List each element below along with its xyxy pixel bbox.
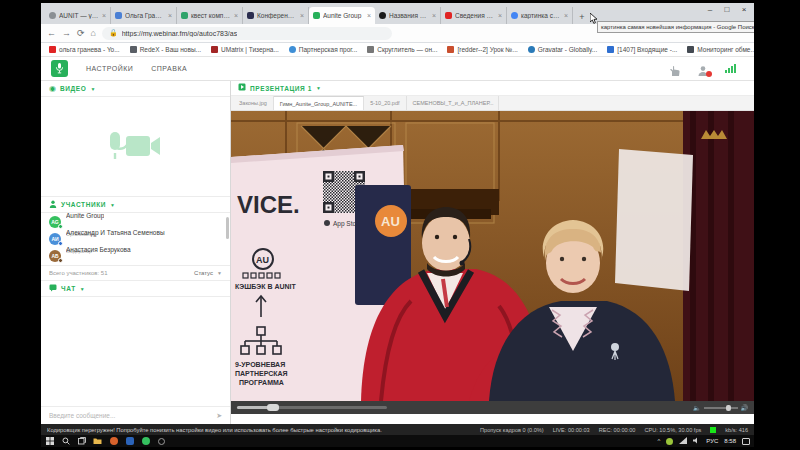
browser-tab[interactable]: Названия и игры × <box>375 7 441 24</box>
participant-role: Участник <box>66 265 87 266</box>
stream-health-indicator <box>710 427 716 433</box>
seek-bar[interactable] <box>237 406 387 409</box>
raise-hand-icon[interactable] <box>669 63 681 75</box>
reload-icon[interactable]: ⟳ <box>77 29 85 38</box>
notification-center-icon[interactable] <box>742 438 750 445</box>
tab-title: Ольга Гранева <box>125 12 165 19</box>
encoder-warning-text: Кодировщик перегружен! Попробуйте понизи… <box>47 427 472 433</box>
mute-icon[interactable]: 🔈 <box>693 404 701 411</box>
minimize-button[interactable]: – <box>702 4 718 17</box>
browser-tab[interactable]: AUNIT — универ × <box>45 7 111 24</box>
tab-close-icon[interactable]: × <box>102 12 106 19</box>
role-badge <box>58 241 63 246</box>
google-icon <box>511 12 518 19</box>
bookmark-item[interactable]: Партнерская прог... <box>289 46 357 53</box>
volume-handle[interactable] <box>726 405 731 411</box>
chat-message-input[interactable] <box>49 412 212 419</box>
maximize-button[interactable]: □ <box>719 4 735 17</box>
chat-messages-empty[interactable] <box>41 297 230 406</box>
file-tab[interactable]: Законы.jpg <box>233 96 274 110</box>
close-button[interactable]: × <box>736 4 752 17</box>
tray-chevron-up-icon[interactable]: ^ <box>657 438 660 444</box>
menu-settings[interactable]: НАСТРОЙКИ <box>86 65 133 72</box>
tab-close-icon[interactable]: × <box>498 12 502 19</box>
bookmark-label: [redder--2] Урок №... <box>457 46 517 53</box>
browser-tab[interactable]: Конференцзвони × <box>243 7 309 24</box>
start-button[interactable] <box>45 437 54 446</box>
omnibox[interactable]: 🔒 https://my.webinar.fm/go/autoc783/as <box>102 27 392 40</box>
browser-tab[interactable]: Ольга Гранева × <box>111 7 177 24</box>
task-view-icon[interactable] <box>77 437 86 446</box>
home-icon[interactable]: ⌂ <box>91 29 96 38</box>
tab-close-icon[interactable]: × <box>432 12 436 19</box>
settings-gear-icon[interactable] <box>157 437 166 446</box>
whatsapp-icon[interactable] <box>141 437 150 446</box>
bookmark-item[interactable]: [redder--2] Урок №... <box>447 46 517 53</box>
back-icon[interactable]: ← <box>47 29 56 38</box>
participant-alert-icon[interactable] <box>697 63 709 75</box>
umatrix-icon <box>211 46 218 53</box>
browser-tab[interactable]: Сведения о виде × <box>441 7 507 24</box>
bookmark-item[interactable]: ольга гранева - Yo... <box>49 46 120 53</box>
participants-scrollbar[interactable] <box>226 217 229 239</box>
tab-tooltip: картинка самая новейшая информация - Goo… <box>597 21 754 33</box>
volume-tray-icon[interactable] <box>693 437 700 445</box>
tray-app-icon[interactable] <box>666 438 673 445</box>
sidebar: ◉ ВИДЕО ▼ УЧАСТНИКИ ▼ AG Aunite GroupОрг… <box>41 81 231 424</box>
participants-section-header[interactable]: УЧАСТНИКИ ▼ <box>41 197 230 213</box>
browser-tab[interactable]: картинка самая н × <box>507 7 573 24</box>
browser-tab-active[interactable]: Aunite Group × <box>309 7 375 24</box>
participant-name: Александр И Татьяна Семеновы <box>66 229 165 236</box>
webinar-logo-mic-icon[interactable] <box>51 60 68 77</box>
rollup-banner-right <box>615 149 693 291</box>
status-filter-dropdown[interactable]: Статус ▼ <box>194 270 222 276</box>
chat-section-header[interactable]: ЧАТ ▼ <box>41 281 230 297</box>
browser-app-icon[interactable] <box>109 437 118 446</box>
bookmark-item[interactable]: Скруглитель — он... <box>367 46 437 53</box>
bookmark-label: [1407] Входящие -... <box>617 46 677 53</box>
circle-icon <box>379 12 386 19</box>
video-section-header[interactable]: ◉ ВИДЕО ▼ <box>41 81 230 97</box>
participants-list[interactable]: AG Aunite GroupОрганизатор АИ Александр … <box>41 213 230 265</box>
dropped-frames: Пропуск кадров 0 (0.0%) <box>480 427 544 433</box>
bookmark-label: Gravatar - Globally... <box>538 46 597 53</box>
drive-icon <box>115 12 122 19</box>
presentation-header[interactable]: ПРЕЗЕНТАЦИЯ 1 ▼ <box>231 81 754 96</box>
bookmark-item[interactable]: [1407] Входящие -... <box>607 46 677 53</box>
header-right-icons <box>669 63 736 75</box>
menu-help[interactable]: СПРАВКА <box>151 65 187 72</box>
connection-quality-icon[interactable] <box>725 64 736 73</box>
search-icon[interactable] <box>61 437 70 446</box>
bookmark-item[interactable]: UMatrix | Тизерна... <box>211 46 279 53</box>
rounder-icon <box>367 46 374 53</box>
tab-close-icon[interactable]: × <box>367 12 371 19</box>
chevron-down-icon: ▼ <box>90 86 95 92</box>
tab-close-icon[interactable]: × <box>300 12 304 19</box>
forward-icon[interactable]: → <box>62 29 71 38</box>
bookmark-item[interactable]: RedeX - Ваш новы... <box>130 46 201 53</box>
bookmark-item[interactable]: Мониторинг обме... <box>687 46 754 53</box>
file-tab[interactable]: 5-10_20.pdf <box>364 96 406 110</box>
webinar-video-frame: VICE. App Store <box>231 111 754 401</box>
tab-close-icon[interactable]: × <box>168 12 172 19</box>
language-indicator[interactable]: РУС <box>706 438 718 444</box>
tab-close-icon[interactable]: × <box>234 12 238 19</box>
file-explorer-icon[interactable] <box>93 437 102 446</box>
bookmark-label: ольга гранева - Yo... <box>59 46 120 53</box>
bookmark-item[interactable]: Gravatar - Globally... <box>528 46 597 53</box>
network-icon[interactable] <box>679 437 687 445</box>
browser-tab[interactable]: квест компании × <box>177 7 243 24</box>
clock[interactable]: 8:58 <box>724 438 736 444</box>
bookmark-label: Мониторинг обме... <box>697 46 754 53</box>
tab-close-icon[interactable]: × <box>564 12 568 19</box>
seek-handle[interactable] <box>267 404 279 411</box>
speaker-icon[interactable]: 🔊 <box>741 404 749 411</box>
file-tab[interactable]: СЕМЕНОВЫ_Т_и_А_ПЛАНЕР... <box>407 96 499 110</box>
new-tab-button[interactable]: + <box>575 10 589 24</box>
volume-slider[interactable] <box>704 407 738 409</box>
video-preview-empty <box>41 97 230 197</box>
url-text[interactable]: https://my.webinar.fm/go/autoc783/as <box>122 30 237 37</box>
file-tab-active[interactable]: Гимн_Aunite_Group_AUNITE... <box>274 96 364 110</box>
word-app-icon[interactable] <box>125 437 134 446</box>
send-icon[interactable]: ➤ <box>216 412 222 420</box>
